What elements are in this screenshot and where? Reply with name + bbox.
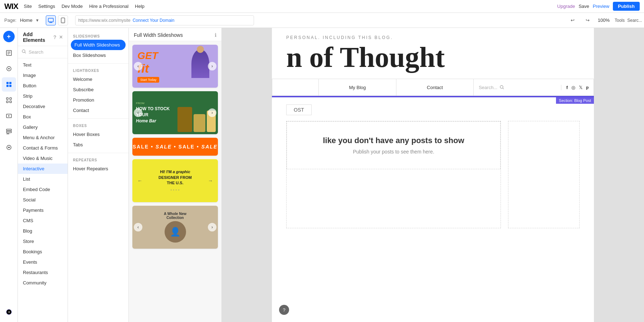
add-elements-help-icon[interactable]: ? bbox=[53, 34, 57, 40]
element-gallery[interactable]: Gallery bbox=[18, 122, 68, 132]
tools-button[interactable]: Tools bbox=[615, 15, 625, 25]
publish-button[interactable]: Publish bbox=[613, 2, 640, 11]
canvas: PERSONAL. INCLUDING THIS BLOG. n of Thou… bbox=[222, 28, 644, 322]
element-text[interactable]: Text bbox=[18, 60, 68, 70]
menu-hire[interactable]: Hire a Professional bbox=[89, 4, 128, 9]
sub-item-hover-repeaters[interactable]: Hover Repeaters bbox=[68, 164, 128, 174]
connect-domain-link[interactable]: Connect Your Domain bbox=[133, 18, 175, 23]
menu-site[interactable]: Site bbox=[24, 4, 32, 9]
content-info-icon[interactable]: ℹ bbox=[215, 32, 216, 38]
element-menu-anchor[interactable]: Menu & Anchor bbox=[18, 132, 68, 143]
top-menu: Site Settings Dev Mode Hire a Profession… bbox=[24, 4, 145, 9]
sub-section-boxes: BOXES Hover Boxes Tabs bbox=[68, 122, 128, 150]
element-image[interactable]: Image bbox=[18, 70, 68, 80]
save-button[interactable]: Save bbox=[579, 4, 589, 9]
search-bar-button[interactable]: Searc... bbox=[630, 15, 640, 25]
element-events[interactable]: Events bbox=[18, 257, 68, 267]
element-strip[interactable]: Strip bbox=[18, 91, 68, 101]
element-list[interactable]: List bbox=[18, 174, 68, 184]
slideshow-card-collection[interactable]: A Whole NewCollection 👤 ‹ › bbox=[132, 206, 218, 249]
chevron-right-icon: › bbox=[211, 64, 213, 69]
sidebar-icon-cms[interactable] bbox=[2, 125, 16, 139]
blog-tagline: PERSONAL. INCLUDING THIS BLOG. bbox=[286, 35, 580, 40]
sub-item-welcome[interactable]: Welcome bbox=[68, 74, 128, 84]
add-elements-close-icon[interactable]: × bbox=[59, 34, 63, 40]
sidebar-icon-pages[interactable] bbox=[2, 46, 16, 60]
menu-settings[interactable]: Settings bbox=[38, 4, 55, 9]
nav-item-myblog[interactable]: My Blog bbox=[319, 79, 396, 96]
no-posts-area: like you don't have any posts to show Pu… bbox=[287, 121, 501, 169]
sidebar-icon-wix-assistant[interactable]: ✦ bbox=[2, 305, 16, 319]
menu-devmode[interactable]: Dev Mode bbox=[62, 4, 83, 9]
element-interactive[interactable]: Interactive bbox=[18, 164, 68, 174]
page-name[interactable]: Home bbox=[20, 18, 33, 23]
menu-help[interactable]: Help bbox=[135, 4, 145, 9]
sub-item-subscribe[interactable]: Subscribe bbox=[68, 84, 128, 95]
element-bookings[interactable]: Bookings bbox=[18, 247, 68, 257]
upgrade-button[interactable]: Upgrade bbox=[557, 4, 575, 9]
element-contact-forms[interactable]: Contact & Forms bbox=[18, 143, 68, 153]
element-button[interactable]: Button bbox=[18, 80, 68, 91]
card2-nav-left[interactable]: ‹ bbox=[134, 108, 142, 117]
sub-section-repeaters: REPEATERS Hover Repeaters bbox=[68, 156, 128, 174]
svg-rect-14 bbox=[6, 85, 9, 87]
element-video-music[interactable]: Video & Music bbox=[18, 153, 68, 164]
svg-point-11 bbox=[8, 68, 10, 69]
slideshow-card-designer[interactable]: ← HI! I'M a graphicDESIGNER FROMTHE U.S.… bbox=[132, 159, 218, 202]
icon-sidebar: + ✦ bbox=[0, 28, 18, 322]
card1-nav-right[interactable]: › bbox=[208, 62, 216, 70]
element-payments[interactable]: Payments bbox=[18, 205, 68, 215]
redo-button[interactable]: ↪ bbox=[583, 15, 593, 25]
element-social[interactable]: Social bbox=[18, 195, 68, 205]
help-bubble[interactable]: ? bbox=[279, 305, 289, 315]
sub-item-tabs[interactable]: Tabs bbox=[68, 140, 128, 150]
sidebar-icon-elements[interactable] bbox=[2, 77, 16, 92]
element-community[interactable]: Community bbox=[18, 278, 68, 288]
page-dropdown-icon[interactable]: ▾ bbox=[36, 18, 39, 23]
slideshow-card-sale[interactable]: SALE • SALE • SALE • SALE bbox=[132, 138, 218, 156]
sub-item-full-width[interactable]: Full Width Slideshows bbox=[71, 40, 126, 50]
add-element-fab[interactable]: + bbox=[3, 31, 15, 42]
element-embed-code[interactable]: Embed Code bbox=[18, 184, 68, 195]
sidebar-icon-apps[interactable] bbox=[2, 93, 16, 107]
slideshow-card-get-fit[interactable]: GET fit Start Today ‹ bbox=[132, 45, 218, 88]
twitter-icon[interactable]: 𝕏 bbox=[579, 85, 582, 90]
blog-post-type: OST bbox=[286, 104, 312, 115]
card1-nav-left[interactable]: ‹ bbox=[134, 62, 142, 70]
content-panel-title: Full Width Slideshows bbox=[134, 32, 183, 38]
desktop-icon bbox=[48, 18, 54, 23]
card4-bg: ← HI! I'M a graphicDESIGNER FROMTHE U.S.… bbox=[132, 159, 218, 202]
sub-item-contact[interactable]: Contact bbox=[68, 105, 128, 116]
element-blog[interactable]: Blog bbox=[18, 226, 68, 236]
element-store[interactable]: Store bbox=[18, 236, 68, 247]
desktop-view-button[interactable] bbox=[46, 15, 56, 25]
card5-nav-left[interactable]: ‹ bbox=[134, 223, 142, 231]
search-button[interactable]: Search bbox=[29, 49, 43, 55]
element-restaurants[interactable]: Restaurants bbox=[18, 267, 68, 278]
slideshow-card-home-bar[interactable]: FROM HOW TO STOCK YOURHome Bar ‹ › bbox=[132, 91, 218, 134]
card-inner: GET fit Start Today ‹ bbox=[132, 45, 218, 88]
sidebar-icon-media[interactable] bbox=[2, 109, 16, 123]
card2-nav-right[interactable]: › bbox=[208, 108, 216, 117]
instagram-icon[interactable]: ◎ bbox=[571, 85, 575, 90]
element-decorative[interactable]: Decorative bbox=[18, 101, 68, 112]
mobile-view-button[interactable] bbox=[58, 15, 68, 25]
sidebar-icon-design[interactable] bbox=[2, 62, 16, 76]
element-box[interactable]: Box bbox=[18, 112, 68, 122]
sub-item-box-slideshows[interactable]: Box Slideshows bbox=[68, 50, 128, 60]
add-elements-title: Add Elements bbox=[23, 31, 53, 43]
nav-search[interactable]: Search... bbox=[474, 85, 561, 90]
preview-button[interactable]: Preview bbox=[593, 4, 609, 9]
element-cms[interactable]: CMS bbox=[18, 215, 68, 226]
facebook-icon[interactable]: f bbox=[566, 85, 568, 90]
undo-button[interactable]: ↩ bbox=[568, 15, 578, 25]
sub-item-promotion[interactable]: Promotion bbox=[68, 95, 128, 105]
nav-item-contact[interactable]: Contact bbox=[396, 79, 474, 96]
sidebar-icon-blog[interactable] bbox=[2, 140, 16, 155]
card5-nav-right[interactable]: › bbox=[208, 223, 216, 231]
chevron-right-icon5: › bbox=[211, 225, 213, 230]
pinterest-icon[interactable]: 𝐩 bbox=[586, 84, 589, 90]
sub-item-hover-boxes[interactable]: Hover Boxes bbox=[68, 129, 128, 140]
chevron-right-icon2: › bbox=[211, 110, 213, 115]
url-bar[interactable]: https://www.wix.com/mysite Connect Your … bbox=[75, 15, 254, 25]
